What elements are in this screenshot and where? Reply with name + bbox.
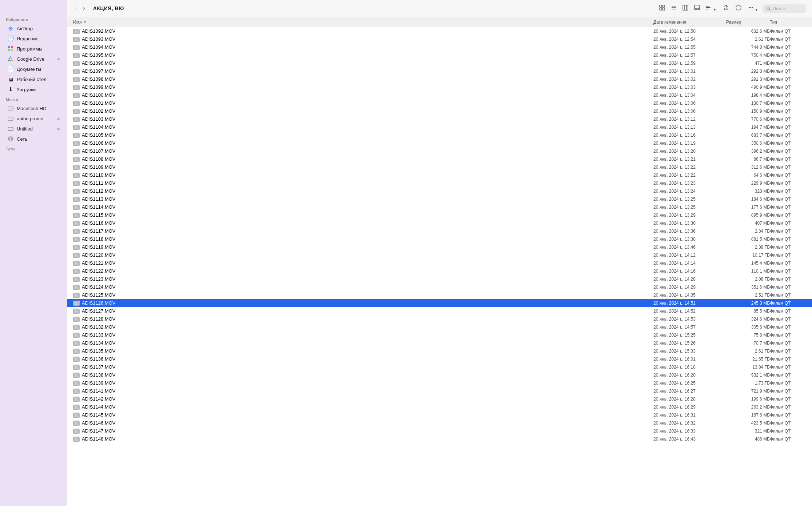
table-row[interactable]: ADIS1102.MOV 20 янв. 2024 г., 13:06 150,… <box>67 107 812 115</box>
search-icon <box>766 6 771 11</box>
table-row[interactable]: ADIS1104.MOV 20 янв. 2024 г., 13:13 194,… <box>67 123 812 131</box>
file-size: 632,6 МБ <box>726 29 770 34</box>
sidebar-item-macintosh-hd[interactable]: Macintosh HD <box>2 104 65 113</box>
table-row[interactable]: ADIS1146.MOV 20 янв. 2024 г., 16:32 423,… <box>67 419 812 427</box>
table-row[interactable]: ADIS1113.MOV 20 янв. 2024 г., 13:25 184,… <box>67 195 812 203</box>
forward-button[interactable]: › <box>81 4 87 13</box>
table-row[interactable]: ADIS1114.MOV 20 янв. 2024 г., 13:25 177,… <box>67 203 812 211</box>
table-row[interactable]: ADIS1139.MOV 20 янв. 2024 г., 16:25 1,73… <box>67 379 812 387</box>
table-row[interactable]: ADIS1097.MOV 20 янв. 2024 г., 13:01 292,… <box>67 67 812 75</box>
table-row[interactable]: ADIS1112.MOV 20 янв. 2024 г., 13:24 323 … <box>67 187 812 195</box>
table-row[interactable]: ADIS1124.MOV 20 янв. 2024 г., 14:29 351,… <box>67 283 812 291</box>
file-type: Фильм QT <box>770 197 806 202</box>
table-row[interactable]: ADIS1098.MOV 20 янв. 2024 г., 13:02 291,… <box>67 75 812 83</box>
file-date: 20 янв. 2024 г., 16:27 <box>653 389 726 394</box>
table-row[interactable]: ADIS1115.MOV 20 янв. 2024 г., 13:29 895,… <box>67 211 812 219</box>
table-row[interactable]: ADIS1100.MOV 20 янв. 2024 г., 13:04 198,… <box>67 91 812 99</box>
table-row[interactable]: ADIS1135.MOV 20 янв. 2024 г., 15:33 2,61… <box>67 347 812 355</box>
more-button[interactable]: ▾ <box>745 3 760 14</box>
file-name-cell: ADIS1095.MOV <box>73 52 653 58</box>
svg-rect-33 <box>706 9 708 9</box>
table-row[interactable]: ADIS1107.MOV 20 янв. 2024 г., 13:20 396,… <box>67 147 812 155</box>
table-row[interactable]: ADIS1136.MOV 20 янв. 2024 г., 16:01 21,6… <box>67 355 812 363</box>
sidebar-item-recent[interactable]: 🕐 Недавние <box>2 34 65 43</box>
table-row[interactable]: ADIS1144.MOV 20 янв. 2024 г., 16:29 263,… <box>67 403 812 411</box>
sidebar-item-desktop[interactable]: 🖥 Рабочий стол <box>2 75 65 84</box>
table-row[interactable]: ADIS1093.MOV 20 янв. 2024 г., 12:54 2,61… <box>67 35 812 43</box>
sidebar-item-downloads[interactable]: ⬇ Загрузки <box>2 85 65 94</box>
table-row[interactable]: ADIS1101.MOV 20 янв. 2024 г., 13:06 130,… <box>67 99 812 107</box>
table-row[interactable]: ADIS1123.MOV 20 янв. 2024 г., 14:28 2,08… <box>67 275 812 283</box>
table-row[interactable]: ADIS1134.MOV 20 янв. 2024 г., 15:26 70,7… <box>67 339 812 347</box>
table-row[interactable]: ADIS1148.MOV 20 янв. 2024 г., 16:43 486 … <box>67 435 812 443</box>
table-row[interactable]: ADIS1138.MOV 20 янв. 2024 г., 16:20 932,… <box>67 371 812 379</box>
table-row[interactable]: ADIS1108.MOV 20 янв. 2024 г., 13:21 86,7… <box>67 155 812 163</box>
file-icon <box>73 61 80 66</box>
table-row[interactable]: ADIS1106.MOV 20 янв. 2024 г., 13:19 350,… <box>67 139 812 147</box>
table-row[interactable]: ADIS1096.MOV 20 янв. 2024 г., 12:59 471 … <box>67 59 812 67</box>
file-name: ADIS1133.MOV <box>82 332 116 338</box>
file-name: ADIS1110.MOV <box>82 172 116 178</box>
sort-button[interactable]: ▾ <box>703 3 717 14</box>
sidebar-item-documents[interactable]: 📄 Документы <box>2 64 65 74</box>
table-row[interactable]: ADIS1122.MOV 20 янв. 2024 г., 14:16 110,… <box>67 267 812 275</box>
type-column-header[interactable]: Тип <box>770 18 806 26</box>
table-row[interactable]: ADIS1117.MOV 20 янв. 2024 г., 13:36 2,34… <box>67 227 812 235</box>
tag-button[interactable] <box>733 3 744 14</box>
file-size: 895,9 МБ <box>726 213 770 218</box>
table-row[interactable]: ADIS1133.MOV 20 янв. 2024 г., 15:25 75,8… <box>67 331 812 339</box>
file-size: 110,1 МБ <box>726 269 770 274</box>
table-row[interactable]: ADIS1147.MOV 20 янв. 2024 г., 16:33 321 … <box>67 427 812 435</box>
file-name-cell: ADIS1116.MOV <box>73 220 653 226</box>
column-view-button[interactable] <box>680 3 691 14</box>
gallery-view-button[interactable] <box>692 3 702 14</box>
file-icon <box>73 437 80 442</box>
table-row[interactable]: ADIS1118.MOV 20 янв. 2024 г., 13:38 881,… <box>67 235 812 243</box>
table-row[interactable]: ADIS1126.MOV 20 янв. 2024 г., 14:51 245,… <box>67 299 812 307</box>
anton-promo-eject[interactable]: ⏏ <box>56 116 60 121</box>
table-row[interactable]: ADIS1137.MOV 20 янв. 2024 г., 16:18 13,8… <box>67 363 812 371</box>
table-row[interactable]: ADIS1142.MOV 20 янв. 2024 г., 16:28 199,… <box>67 395 812 403</box>
table-row[interactable]: ADIS1094.MOV 20 янв. 2024 г., 12:55 744,… <box>67 43 812 51</box>
size-column-header[interactable]: Размер <box>726 18 770 26</box>
google-drive-eject[interactable]: ⏏ <box>56 56 60 61</box>
name-column-header[interactable]: Имя ▼ <box>73 18 653 26</box>
table-row[interactable]: ADIS1120.MOV 20 янв. 2024 г., 14:12 10,1… <box>67 251 812 259</box>
table-row[interactable]: ADIS1121.MOV 20 янв. 2024 г., 14:14 145,… <box>67 259 812 267</box>
file-type: Фильм QT <box>770 365 806 370</box>
sidebar-item-apps[interactable]: Программы <box>2 44 65 53</box>
table-row[interactable]: ADIS1092.MOV 20 янв. 2024 г., 12:50 632,… <box>67 27 812 35</box>
table-row[interactable]: ADIS1127.MOV 20 янв. 2024 г., 14:52 85,5… <box>67 307 812 315</box>
table-row[interactable]: ADIS1110.MOV 20 янв. 2024 г., 13:22 64,6… <box>67 171 812 179</box>
list-view-button[interactable] <box>668 3 679 14</box>
table-row[interactable]: ADIS1099.MOV 20 янв. 2024 г., 13:03 490,… <box>67 83 812 91</box>
sidebar-item-airdrop[interactable]: AirDrop <box>2 24 65 33</box>
table-row[interactable]: ADIS1128.MOV 20 янв. 2024 г., 14:53 324,… <box>67 315 812 323</box>
file-name-cell: ADIS1128.MOV <box>73 316 653 322</box>
table-row[interactable]: ADIS1105.MOV 20 янв. 2024 г., 13:16 683,… <box>67 131 812 139</box>
sidebar-item-network[interactable]: Сеть <box>2 134 65 144</box>
table-row[interactable]: ADIS1145.MOV 20 янв. 2024 г., 16:31 187,… <box>67 411 812 419</box>
table-row[interactable]: ADIS1141.MOV 20 янв. 2024 г., 16:27 721,… <box>67 387 812 395</box>
sidebar-item-google-drive[interactable]: Google Drive ⏏ <box>2 54 65 64</box>
sidebar-item-untitled[interactable]: Untitled ⏏ <box>2 124 65 133</box>
search-box[interactable]: Поиск <box>763 4 806 13</box>
file-date: 20 янв. 2024 г., 13:29 <box>653 213 726 218</box>
date-column-header[interactable]: Дата изменения <box>653 18 726 26</box>
table-row[interactable]: ADIS1132.MOV 20 янв. 2024 г., 14:57 305,… <box>67 323 812 331</box>
file-type: Фильм QT <box>770 85 806 90</box>
icon-view-button[interactable] <box>657 3 668 14</box>
table-row[interactable]: ADIS1095.MOV 20 янв. 2024 г., 12:57 750,… <box>67 51 812 59</box>
back-button[interactable]: ‹ <box>73 4 79 13</box>
file-icon <box>73 413 80 418</box>
table-row[interactable]: ADIS1119.MOV 20 янв. 2024 г., 13:46 2,38… <box>67 243 812 251</box>
table-row[interactable]: ADIS1109.MOV 20 янв. 2024 г., 13:22 312,… <box>67 163 812 171</box>
table-row[interactable]: ADIS1125.MOV 20 янв. 2024 г., 14:35 2,51… <box>67 291 812 299</box>
table-row[interactable]: ADIS1116.MOV 20 янв. 2024 г., 13:30 407 … <box>67 219 812 227</box>
untitled-eject[interactable]: ⏏ <box>56 126 60 131</box>
sidebar-item-anton-promo[interactable]: anton promo ⏏ <box>2 114 65 123</box>
table-row[interactable]: ADIS1111.MOV 20 янв. 2024 г., 13:23 229,… <box>67 179 812 187</box>
svg-rect-31 <box>706 6 709 7</box>
table-row[interactable]: ADIS1103.MOV 20 янв. 2024 г., 13:12 770,… <box>67 115 812 123</box>
share-button[interactable] <box>721 3 732 14</box>
